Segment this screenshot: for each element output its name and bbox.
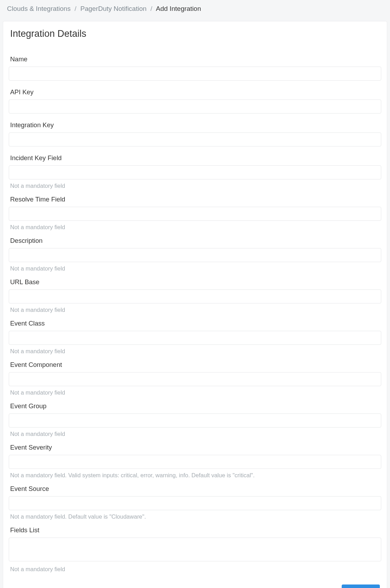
description-helper: Not a mandatory field [9, 262, 381, 275]
resolve-time-field-label: Resolve Time Field [9, 196, 381, 207]
event-group-input[interactable] [9, 413, 381, 428]
event-class-input[interactable] [9, 331, 381, 345]
event-class-label: Event Class [9, 320, 381, 331]
event-group-label: Event Group [9, 402, 381, 413]
save-button[interactable]: SAVE [342, 584, 380, 588]
breadcrumb-item-pagerduty-notification[interactable]: PagerDuty Notification [81, 5, 147, 12]
integration-key-input[interactable] [9, 132, 381, 146]
resolve-time-field-helper: Not a mandatory field [9, 221, 381, 233]
incident-key-field-helper: Not a mandatory field [9, 179, 381, 192]
breadcrumb-separator: / [75, 5, 76, 12]
event-component-input[interactable] [9, 372, 381, 386]
fields-list-label: Fields List [9, 526, 381, 538]
event-group-helper: Not a mandatory field [9, 428, 381, 440]
url-base-helper: Not a mandatory field [9, 303, 381, 316]
name-label: Name [9, 55, 381, 67]
event-severity-helper: Not a mandatory field. Valid system inpu… [9, 469, 381, 481]
description-input[interactable] [9, 248, 381, 262]
event-severity-input[interactable] [9, 455, 381, 469]
event-component-label: Event Component [9, 361, 381, 372]
event-severity-label: Event Severity [9, 444, 381, 455]
api-key-input[interactable] [9, 100, 381, 114]
incident-key-field-label: Incident Key Field [9, 154, 381, 165]
event-class-helper: Not a mandatory field [9, 345, 381, 357]
breadcrumb-separator: / [151, 5, 152, 12]
page-title: Integration Details [10, 28, 381, 39]
event-source-label: Event Source [9, 485, 381, 496]
breadcrumb: Clouds & Integrations / PagerDuty Notifi… [0, 0, 390, 21]
event-source-input[interactable] [9, 496, 381, 510]
resolve-time-field-input[interactable] [9, 207, 381, 221]
integration-details-card: Integration Details Name API Key Integra… [3, 21, 387, 588]
fields-list-input[interactable] [9, 538, 381, 561]
breadcrumb-current: Add Integration [156, 5, 201, 12]
breadcrumb-item-clouds-integrations[interactable]: Clouds & Integrations [7, 5, 71, 12]
description-label: Description [9, 237, 381, 248]
url-base-input[interactable] [9, 289, 381, 303]
integration-key-label: Integration Key [9, 121, 381, 132]
incident-key-field-input[interactable] [9, 165, 381, 179]
url-base-label: URL Base [9, 278, 381, 289]
event-source-helper: Not a mandatory field. Default value is … [9, 510, 381, 523]
fields-list-helper: Not a mandatory field [9, 563, 381, 575]
event-component-helper: Not a mandatory field [9, 386, 381, 399]
api-key-label: API Key [9, 88, 381, 100]
name-input[interactable] [9, 67, 381, 81]
